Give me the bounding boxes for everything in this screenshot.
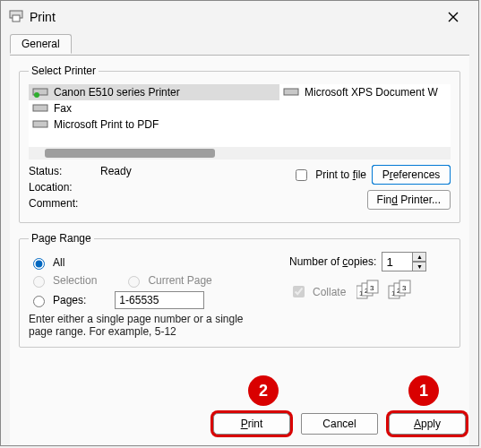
printer-item-fax[interactable]: Fax xyxy=(29,100,279,116)
annotation-badge-1: 1 xyxy=(408,375,439,406)
printer-icon xyxy=(32,86,48,99)
radio-pages[interactable] xyxy=(33,296,45,307)
status-value: Ready xyxy=(100,165,132,177)
printer-icon xyxy=(32,118,48,131)
find-printer-button[interactable]: Find Printer... xyxy=(367,190,451,210)
tab-strip: General xyxy=(1,33,478,55)
tab-panel-general: Select Printer Canon E510 series Printer xyxy=(10,55,469,445)
svg-rect-6 xyxy=(284,89,298,95)
collate-label: Collate xyxy=(313,286,346,298)
radio-current-page-label: Current Page xyxy=(148,274,211,287)
titlebar: Print xyxy=(1,1,478,33)
printer-item-msxps[interactable]: Microsoft XPS Document W xyxy=(279,84,451,100)
pages-input[interactable] xyxy=(115,291,204,309)
radio-pages-label: Pages: xyxy=(53,294,86,306)
radio-all-label: All xyxy=(53,256,64,269)
printer-label: Microsoft Print to PDF xyxy=(54,118,159,131)
page-range-legend: Page Range xyxy=(29,232,94,245)
window-title: Print xyxy=(30,10,435,24)
dialog-actions: Print Cancel Apply xyxy=(213,413,466,435)
print-to-file-checkbox[interactable] xyxy=(296,169,307,181)
printer-icon xyxy=(8,9,24,26)
select-printer-group: Select Printer Canon E510 series Printer xyxy=(19,65,460,223)
printer-label: Fax xyxy=(54,102,72,115)
radio-selection-label: Selection xyxy=(53,274,97,287)
printer-icon xyxy=(283,86,299,99)
radio-current-page xyxy=(128,276,140,288)
copies-input[interactable] xyxy=(382,252,412,271)
printer-list[interactable]: Canon E510 series Printer Fax xyxy=(29,84,451,159)
status-label: Status: xyxy=(29,165,91,177)
collate-checkbox xyxy=(293,286,305,297)
svg-rect-4 xyxy=(33,105,47,111)
radio-all[interactable] xyxy=(33,258,45,270)
preferences-button[interactable]: Preferences xyxy=(372,165,451,185)
status-info: Status: Ready Location: Comment: xyxy=(29,165,279,213)
page-range-help: Enter either a single page number or a s… xyxy=(29,313,244,338)
select-printer-legend: Select Printer xyxy=(29,65,99,77)
copies-up[interactable]: ▲ xyxy=(412,252,426,262)
location-label: Location: xyxy=(29,181,91,194)
cancel-button[interactable]: Cancel xyxy=(301,413,378,435)
fax-icon xyxy=(32,102,48,115)
radio-selection xyxy=(33,276,45,288)
svg-text:3: 3 xyxy=(370,284,374,292)
svg-rect-1 xyxy=(13,15,20,22)
copies-label: Number of copies: xyxy=(289,255,376,268)
printer-item-canon[interactable]: Canon E510 series Printer xyxy=(29,84,279,100)
close-button[interactable] xyxy=(435,4,471,30)
svg-rect-5 xyxy=(33,121,47,127)
close-icon xyxy=(448,12,459,22)
comment-label: Comment: xyxy=(29,197,91,210)
svg-text:3: 3 xyxy=(402,284,407,292)
print-dialog: Print General Select Printer Canon E510 … xyxy=(0,0,479,446)
page-range-group: Page Range All Selection Curr xyxy=(19,232,460,348)
print-button[interactable]: Print xyxy=(213,413,290,435)
horizontal-scrollbar[interactable] xyxy=(29,147,451,159)
annotation-badge-2: 2 xyxy=(248,375,279,406)
printer-label: Microsoft XPS Document W xyxy=(305,86,438,99)
print-to-file-option[interactable]: Print to file xyxy=(292,167,366,184)
copies-spinner[interactable]: ▲ ▼ xyxy=(382,252,426,271)
tab-general[interactable]: General xyxy=(10,34,72,54)
apply-button[interactable]: Apply xyxy=(389,413,466,435)
collate-icon: 1 2 3 1 2 3 xyxy=(356,279,419,305)
copies-down[interactable]: ▼ xyxy=(412,262,426,271)
svg-point-3 xyxy=(34,92,39,98)
printer-label: Canon E510 series Printer xyxy=(54,86,180,99)
printer-item-mspdf[interactable]: Microsoft Print to PDF xyxy=(29,116,279,133)
